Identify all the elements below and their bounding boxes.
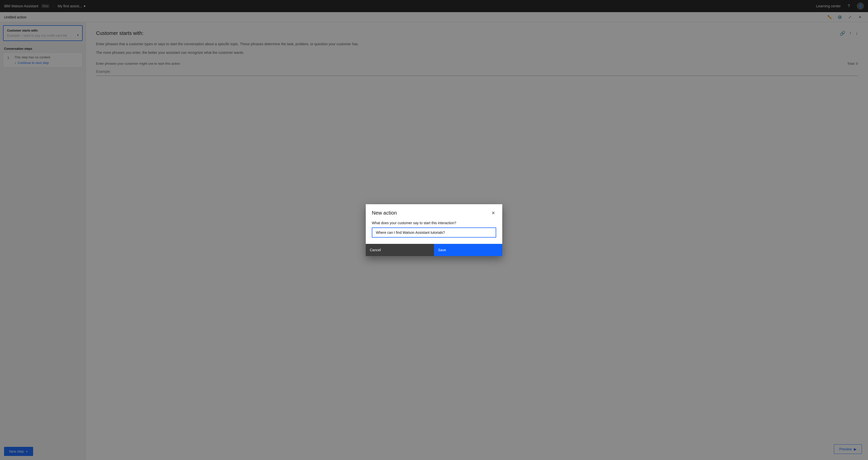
modal-input[interactable] xyxy=(372,227,496,238)
modal-close-button[interactable]: ✕ xyxy=(490,209,496,217)
cancel-button[interactable]: Cancel xyxy=(366,244,434,256)
modal-header: New action ✕ xyxy=(366,204,502,217)
new-action-modal: a New action ✕ What does your customer s… xyxy=(366,204,502,256)
save-button[interactable]: Save xyxy=(434,244,502,256)
modal-title: New action xyxy=(372,210,397,216)
modal-body: What does your customer say to start thi… xyxy=(366,217,502,244)
modal-question-label: What does your customer say to start thi… xyxy=(372,221,496,225)
modal-overlay: a New action ✕ What does your customer s… xyxy=(0,0,868,460)
modal-footer: Cancel Save xyxy=(366,244,502,256)
